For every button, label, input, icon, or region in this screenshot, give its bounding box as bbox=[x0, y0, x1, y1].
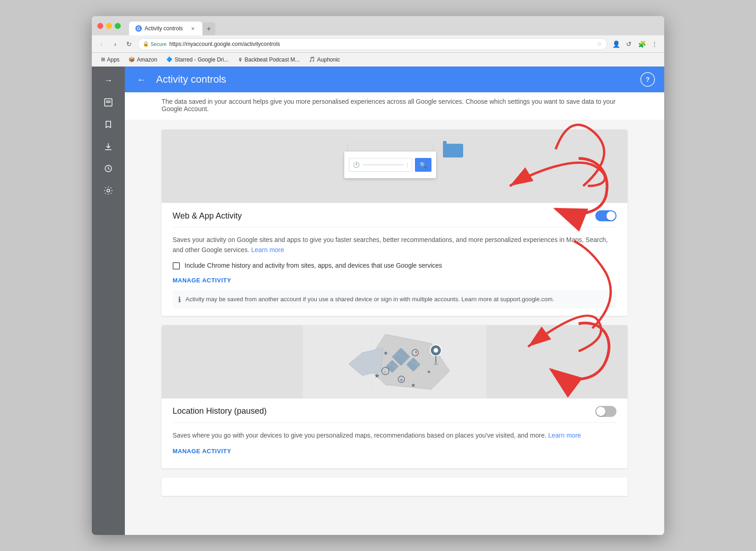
chrome-history-checkbox-row: Include Chrome history and activity from… bbox=[173, 262, 616, 270]
toolbar-icons: 👤 ↺ 🧩 ⋮ bbox=[611, 39, 660, 49]
svg-text:📍: 📍 bbox=[414, 351, 418, 355]
sidebar-downloads-icon[interactable] bbox=[99, 137, 118, 156]
back-button[interactable]: ‹ bbox=[96, 39, 106, 49]
amazon-icon: 📦 bbox=[129, 56, 135, 62]
maximize-window-button[interactable] bbox=[115, 23, 121, 29]
cards-container: 🕐 | 🔍 Web bbox=[125, 120, 664, 478]
chrome-history-label: Include Chrome history and activity from… bbox=[185, 262, 442, 269]
secure-label: Secure bbox=[151, 41, 167, 47]
tab-close-button[interactable]: ✕ bbox=[190, 25, 196, 32]
back-to-account-button[interactable]: ← bbox=[134, 72, 149, 87]
intro-text: The data saved in your account helps giv… bbox=[125, 92, 664, 120]
bookmark-backbeat-label: Backbeat Podcast M... bbox=[245, 56, 300, 63]
refresh-icon[interactable]: ↺ bbox=[624, 39, 634, 49]
search-button-mock: 🔍 bbox=[415, 158, 431, 172]
menu-dots-icon[interactable]: ⋮ bbox=[650, 39, 660, 49]
svg-text:⌂: ⌂ bbox=[384, 370, 386, 374]
bookmark-apps-label: Apps bbox=[107, 56, 119, 63]
svg-point-5 bbox=[107, 189, 110, 192]
toggle-thumb bbox=[606, 211, 616, 220]
account-header: ← Activity controls ? bbox=[125, 67, 664, 92]
toggle-track-on[interactable] bbox=[595, 210, 616, 221]
forward-button[interactable]: › bbox=[110, 39, 120, 49]
new-tab-button[interactable]: + bbox=[202, 22, 215, 35]
extensions-icon[interactable]: 🧩 bbox=[637, 39, 647, 49]
bookmark-google-drive[interactable]: 🔷 Starred - Google Dri... bbox=[162, 56, 232, 64]
profile-icon[interactable]: 👤 bbox=[611, 39, 621, 49]
mock-search-bar: 🕐 | bbox=[349, 158, 412, 172]
info-row: ℹ Activity may be saved from another acc… bbox=[173, 290, 616, 309]
bookmark-apps[interactable]: ⊞ Apps bbox=[97, 56, 123, 64]
refresh-button[interactable]: ↻ bbox=[124, 39, 134, 49]
intro-description: The data saved in your account helps giv… bbox=[162, 98, 616, 112]
sidebar-settings-icon[interactable] bbox=[99, 181, 118, 200]
minimize-window-button[interactable] bbox=[106, 23, 112, 29]
chrome-history-checkbox[interactable] bbox=[173, 262, 180, 270]
web-app-activity-image: 🕐 | 🔍 bbox=[162, 129, 627, 203]
map-svg: ★ ★ ★ ★ bbox=[162, 325, 627, 399]
svg-text:★: ★ bbox=[427, 369, 431, 374]
search-bar-placeholder bbox=[363, 164, 404, 165]
sidebar-arrow-icon[interactable]: → bbox=[99, 71, 118, 90]
tab-bar: G Activity controls ✕ + bbox=[129, 16, 215, 35]
page-content: ← Activity controls ? The data saved in … bbox=[125, 67, 664, 535]
traffic-lights bbox=[97, 23, 121, 29]
info-icon: ℹ bbox=[178, 295, 181, 304]
podcast-icon: 🎙 bbox=[238, 57, 243, 62]
search-card-front: 🕐 | 🔍 bbox=[344, 152, 436, 178]
svg-point-24 bbox=[434, 363, 438, 365]
bookmark-auphonic[interactable]: 🎵 Auphonic bbox=[305, 56, 344, 64]
location-history-toggle[interactable] bbox=[595, 406, 616, 417]
sidebar-history-icon[interactable] bbox=[99, 159, 118, 178]
drive-icon: 🔷 bbox=[166, 56, 173, 62]
web-app-learn-more-link[interactable]: Learn more bbox=[251, 246, 284, 253]
svg-text:★: ★ bbox=[383, 350, 388, 356]
search-clock-icon: 🕐 bbox=[353, 162, 360, 168]
apps-icon: ⊞ bbox=[101, 56, 105, 62]
sidebar: → bbox=[92, 67, 125, 535]
url-text: https://myaccount.google.com/activitycon… bbox=[169, 41, 280, 47]
browser-content: → bbox=[92, 67, 664, 535]
svg-text:★: ★ bbox=[374, 372, 380, 379]
title-bar: G Activity controls ✕ + bbox=[92, 16, 664, 35]
scroll-content[interactable]: The data saved in your account helps giv… bbox=[125, 92, 664, 535]
close-window-button[interactable] bbox=[97, 23, 103, 29]
lock-icon: 🔒 bbox=[143, 41, 149, 47]
bookmark-backbeat[interactable]: 🎙 Backbeat Podcast M... bbox=[234, 56, 303, 64]
location-history-card: ★ ★ ★ ★ bbox=[162, 325, 627, 468]
svg-text:★: ★ bbox=[411, 382, 416, 388]
help-button[interactable]: ? bbox=[640, 72, 655, 87]
info-text: Activity may be saved from another accou… bbox=[185, 295, 554, 304]
svg-text:⊕: ⊕ bbox=[400, 378, 403, 382]
manage-location-activity-link[interactable]: MANAGE ACTIVITY bbox=[173, 448, 231, 455]
web-app-activity-toggle[interactable] bbox=[595, 210, 616, 221]
web-app-activity-card: 🕐 | 🔍 Web bbox=[162, 129, 627, 316]
bookmark-auphonic-label: Auphonic bbox=[317, 56, 340, 63]
manage-web-activity-link[interactable]: MANAGE ACTIVITY bbox=[173, 277, 231, 284]
bookmark-amazon[interactable]: 📦 Amazon bbox=[125, 56, 161, 64]
web-app-activity-body: Web & App Activity Saves your activity o… bbox=[162, 203, 627, 316]
location-history-image: ★ ★ ★ ★ bbox=[162, 325, 627, 399]
auphonic-icon: 🎵 bbox=[309, 56, 315, 62]
active-tab[interactable]: G Activity controls ✕ bbox=[129, 22, 202, 35]
toggle-track-off[interactable] bbox=[595, 406, 616, 417]
card-header-row-2: Location History (paused) bbox=[173, 406, 616, 423]
bookmarks-bar: ⊞ Apps 📦 Amazon 🔷 Starred - Google Dri..… bbox=[92, 53, 664, 67]
bookmark-drive-label: Starred - Google Dri... bbox=[174, 56, 228, 63]
sidebar-bookmarks-icon[interactable] bbox=[99, 115, 118, 134]
tab-favicon: G bbox=[135, 25, 142, 32]
partial-card-hint bbox=[162, 478, 627, 496]
tab-title: Activity controls bbox=[145, 25, 183, 32]
location-history-title: Location History (paused) bbox=[173, 406, 267, 416]
location-history-description: Saves where you go with your devices to … bbox=[173, 430, 616, 440]
bookmark-amazon-label: Amazon bbox=[137, 56, 157, 63]
bookmark-star-icon[interactable]: ☆ bbox=[597, 40, 602, 47]
location-history-body: Location History (paused) Saves where yo… bbox=[162, 399, 627, 468]
card-header-row-1: Web & App Activity bbox=[173, 210, 616, 227]
url-bar[interactable]: 🔒 Secure https://myaccount.google.com/ac… bbox=[138, 38, 607, 50]
web-app-activity-title: Web & App Activity bbox=[173, 211, 242, 221]
address-bar: ‹ › ↻ 🔒 Secure https://myaccount.google.… bbox=[92, 35, 664, 53]
location-learn-more-link[interactable]: Learn more bbox=[548, 432, 581, 439]
web-app-activity-description: Saves your activity on Google sites and … bbox=[173, 235, 616, 255]
sidebar-pages-icon[interactable] bbox=[99, 93, 118, 112]
